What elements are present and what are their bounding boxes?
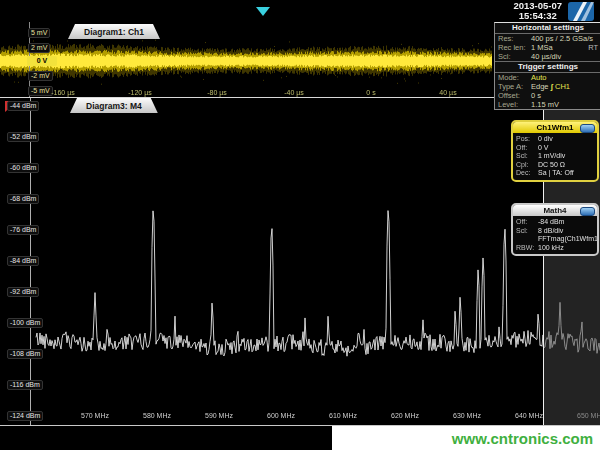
y-axis-label: -108 dBm — [7, 349, 43, 359]
x-axis-label: -40 µs — [284, 88, 304, 97]
ch1wfm1-panel-body: Pos:0 divOff:0 VScl:1 mV/divCpl:DC 50 ΩD… — [513, 133, 597, 180]
y-axis-label: -92 dBm — [7, 287, 39, 297]
time-text: 15:54:32 — [513, 11, 562, 21]
panel-row: RBW:100 kHz — [516, 244, 594, 253]
x-axis-label: -120 µs — [128, 88, 152, 97]
math4-panel-body: Off:-84 dBmScl:8 dB/divFFTmag(Ch1Wfm1)RB… — [513, 216, 597, 254]
x-axis-label: 630 MHz — [453, 411, 481, 420]
y-axis-label: -60 dBm — [7, 163, 39, 173]
x-axis-label: 580 MHz — [143, 411, 171, 420]
y-axis-label: 2 mV — [28, 43, 50, 53]
diagram3-tab[interactable]: Diagram3: M4 — [70, 98, 158, 113]
edge-trigger-icon: ʃ — [551, 82, 554, 91]
watermark-link[interactable]: www.cntronics.com — [452, 430, 593, 447]
settings-row: Level:1.15 mV — [495, 100, 600, 109]
spectrum-canvas — [0, 96, 600, 430]
x-axis-label: 600 MHz — [267, 411, 295, 420]
minimize-button[interactable] — [580, 124, 595, 133]
y-axis-label: -100 dBm — [7, 318, 43, 328]
x-axis-label: -80 µs — [207, 88, 227, 97]
settings-row: Type A:EdgeʃCH1 — [495, 82, 600, 91]
panel-row: FFTmag(Ch1Wfm1) — [516, 235, 594, 244]
math4-panel-title: Math4 — [513, 205, 597, 216]
settings-row: Res:400 ps / 2.5 GSa/s — [495, 34, 600, 43]
acquisition-settings-panel[interactable]: Horizontal settings Res:400 ps / 2.5 GSa… — [494, 22, 600, 110]
ch1wfm1-panel[interactable]: Ch1Wfm1 Pos:0 divOff:0 VScl:1 mV/divCpl:… — [511, 120, 599, 182]
panel-row: Off:0 V — [516, 144, 594, 153]
x-axis-label: 40 µs — [439, 88, 456, 97]
x-axis-label: 650 MHz — [577, 411, 600, 420]
panel-row: Scl:1 mV/div — [516, 152, 594, 161]
minimize-button[interactable] — [580, 207, 595, 216]
x-axis-label: 610 MHz — [329, 411, 357, 420]
x-axis-label: 620 MHz — [391, 411, 419, 420]
x-axis-label: 570 MHz — [81, 411, 109, 420]
y-axis-label: -68 dBm — [7, 194, 39, 204]
horizontal-settings-title: Horizontal settings — [495, 23, 600, 34]
y-axis-label: -76 dBm — [7, 225, 39, 235]
y-axis-label: -52 dBm — [7, 132, 39, 142]
y-axis-label: -2 mV — [28, 71, 53, 81]
panel-row: Scl:8 dB/div — [516, 227, 594, 236]
math4-title-text: Math4 — [543, 206, 566, 215]
x-axis-label: 0 s — [366, 88, 375, 97]
y-axis-label: -84 dBm — [7, 256, 39, 266]
ch1-offset-marker[interactable]: 0 V — [27, 56, 57, 66]
trigger-position-marker-icon[interactable] — [256, 7, 270, 16]
settings-row: Scl:40 µs/div — [495, 52, 600, 61]
x-axis-label: -160 µs — [51, 88, 75, 97]
math4-panel[interactable]: Math4 Off:-84 dBmScl:8 dB/divFFTmag(Ch1W… — [511, 203, 599, 256]
x-axis-label: 590 MHz — [205, 411, 233, 420]
trigger-settings-title: Trigger settings — [495, 61, 600, 73]
y-axis-label: -44 dBm — [7, 101, 39, 111]
oscilloscope-screen: 2013-05-07 15:54:32 Diagram1: Ch1 Diagra… — [0, 0, 600, 450]
trigger-settings-rows: Mode:AutoType A:EdgeʃCH1Offset:0 sLevel:… — [495, 73, 600, 109]
settings-row: Mode:Auto — [495, 73, 600, 82]
panel-row: Pos:0 div — [516, 135, 594, 144]
settings-row: Rec len:1 MSaRT — [495, 43, 600, 52]
settings-row: Offset:0 s — [495, 91, 600, 100]
x-axis-label: 640 MHz — [515, 411, 543, 420]
y-axis-label: -124 dBm — [7, 411, 43, 421]
panel-row: Dec:Sa | TA: Off — [516, 169, 594, 178]
y-axis-label: 5 mV — [28, 28, 50, 38]
ch1wfm1-panel-title: Ch1Wfm1 — [513, 122, 597, 133]
y-axis-label: -5 mV — [28, 86, 53, 96]
diagram1-tab-label: Diagram1: Ch1 — [84, 27, 144, 37]
datetime: 2013-05-07 15:54:32 — [513, 1, 562, 20]
ch1wfm1-title-text: Ch1Wfm1 — [537, 123, 574, 132]
y-axis-label: -116 dBm — [7, 380, 43, 390]
diagram1-tab[interactable]: Diagram1: Ch1 — [68, 24, 160, 39]
horizontal-settings-rows: Res:400 ps / 2.5 GSa/sRec len:1 MSaRTScl… — [495, 34, 600, 61]
diagram3-tab-label: Diagram3: M4 — [86, 101, 142, 111]
panel-row: Off:-84 dBm — [516, 218, 594, 227]
watermark-bar: www.cntronics.com — [332, 426, 600, 450]
panel-row: Cpl:DC 50 Ω — [516, 161, 594, 170]
